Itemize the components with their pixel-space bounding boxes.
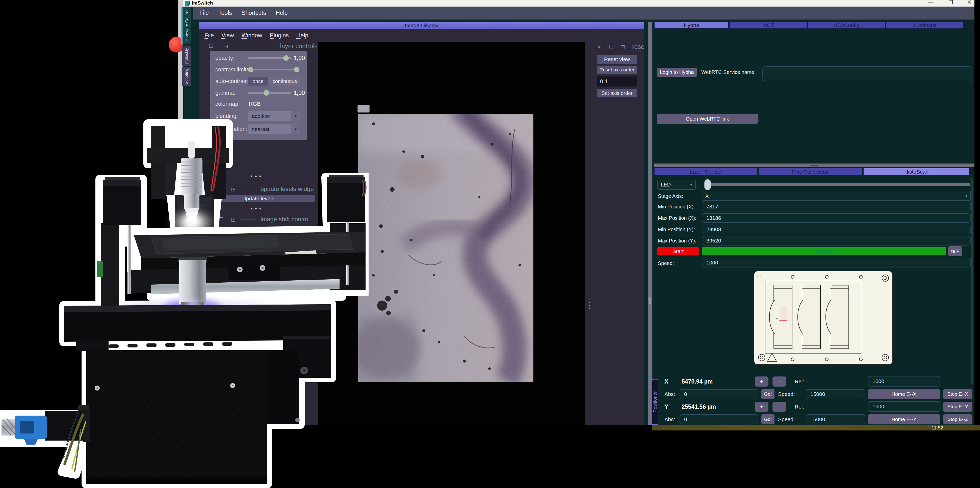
close-panel-icon[interactable]: ✕ bbox=[597, 45, 601, 49]
napari-menu-window[interactable]: Window bbox=[242, 32, 262, 39]
y-minus-button[interactable]: - bbox=[773, 402, 786, 412]
max-x-input[interactable]: 18186 bbox=[702, 213, 971, 223]
update-preview-button[interactable]: te P bbox=[948, 246, 963, 256]
slide-holder-map[interactable] bbox=[754, 270, 893, 365]
taskbar-clock: 11:52 bbox=[932, 425, 943, 431]
y-stop-button[interactable]: Stop E--Y bbox=[943, 402, 972, 412]
x-home-button[interactable]: Home E--X bbox=[868, 389, 940, 399]
menu-shortcuts[interactable]: Shortcuts bbox=[242, 10, 266, 16]
combo-arrow-icon: ▾ bbox=[962, 191, 970, 200]
reset-axis-order-button[interactable]: Reset axis order bbox=[597, 65, 637, 74]
float-panel-icon[interactable]: ❐ bbox=[209, 44, 213, 48]
napari-menu-view[interactable]: View bbox=[221, 32, 234, 39]
axis-x-position: 5470.94 µm bbox=[682, 377, 713, 386]
x-speed-input[interactable]: 15000 bbox=[806, 389, 865, 399]
horizontal-splitter[interactable] bbox=[654, 164, 974, 167]
tab-uc2config[interactable]: UC2Config bbox=[808, 22, 885, 29]
image-display-titlebar[interactable]: Image Display bbox=[199, 22, 644, 29]
napari-menu-plugins[interactable]: Plugins bbox=[270, 32, 288, 39]
x-go-button[interactable]: Go! bbox=[761, 389, 775, 399]
minimize-button[interactable]: — bbox=[926, 0, 935, 6]
max-x-label: Max Position (X): bbox=[658, 213, 696, 223]
x-rel-input[interactable]: 1000 bbox=[868, 376, 940, 386]
positioner-dock-tab[interactable]: Positioner bbox=[652, 379, 659, 425]
start-scan-button[interactable]: Start bbox=[657, 247, 699, 255]
sidebar-tab-scripting[interactable]: Scripting bbox=[182, 67, 191, 86]
app-icon bbox=[185, 1, 189, 6]
control-panel: Hypha MCT UC2Config Autofocus Login to H… bbox=[654, 20, 974, 425]
set-axis-order-button[interactable]: Set axis order bbox=[597, 89, 637, 97]
slider-handle[interactable] bbox=[704, 179, 711, 190]
napari-menu-file[interactable]: File bbox=[204, 32, 214, 39]
stage-axis-dropdown[interactable]: X ▾ bbox=[702, 191, 971, 201]
window-titlebar[interactable]: ImSwitch — ❐ ✕ bbox=[183, 0, 974, 6]
auto-contrast-continuous-button[interactable]: continuous bbox=[269, 77, 300, 86]
z-stop-button[interactable]: Stop E--Z bbox=[943, 414, 972, 424]
maximize-button[interactable]: ❐ bbox=[946, 0, 956, 6]
min-x-label: Min Position (X): bbox=[658, 202, 695, 211]
tab-mct[interactable]: MCT bbox=[730, 22, 807, 29]
sidebar-tab-imblockly[interactable]: imblockly bbox=[182, 46, 191, 66]
min-y-input[interactable]: 23903 bbox=[702, 224, 971, 234]
pin-panel-icon[interactable]: ◳ bbox=[620, 45, 625, 49]
axis-order-input[interactable]: 0,1 bbox=[597, 76, 637, 87]
illumination-slider[interactable] bbox=[704, 179, 970, 191]
max-y-label: Max Position (Y): bbox=[658, 236, 696, 245]
specimen-image bbox=[358, 114, 533, 382]
x-rel-label: Rel: bbox=[795, 377, 804, 386]
pin-panel-icon[interactable]: ◳ bbox=[223, 44, 228, 48]
scan-status-bar: Stopped bbox=[702, 247, 946, 255]
colormap-label: colormap: bbox=[215, 99, 240, 109]
tab-autofocus[interactable]: Autofocus bbox=[886, 22, 963, 29]
y-abs-label: Abs: bbox=[665, 414, 675, 424]
auto-contrast-once-button[interactable]: once bbox=[248, 77, 268, 86]
x-stop-button[interactable]: Stop E--X bbox=[943, 389, 972, 399]
vertical-splitter[interactable] bbox=[648, 22, 652, 425]
contrast-limits-slider[interactable] bbox=[248, 65, 299, 75]
stage-axis-label: Stage Axis: bbox=[658, 191, 683, 201]
webrtc-service-input[interactable] bbox=[762, 66, 972, 81]
login-hypha-button[interactable]: Login to Hypha bbox=[657, 68, 697, 77]
x-plus-button[interactable]: + bbox=[755, 377, 768, 386]
y-rel-input[interactable]: 1000 bbox=[868, 401, 940, 412]
illumination-source-dropdown[interactable]: LED ▾ bbox=[657, 180, 696, 190]
x-abs-label: Abs: bbox=[665, 389, 675, 399]
x-abs-input[interactable]: 0 bbox=[679, 389, 758, 399]
tab-laser-control[interactable]: Laser Control bbox=[654, 168, 757, 175]
y-abs-input[interactable]: 0 bbox=[679, 414, 758, 424]
sidebar-tab-hardware-control[interactable]: Hardware Control bbox=[181, 7, 191, 44]
scan-speed-input[interactable]: 1000 bbox=[702, 258, 971, 267]
view-dock-header: ✕ ❐ ◳ rese bbox=[597, 43, 644, 51]
panel-scrollbar[interactable] bbox=[971, 178, 973, 385]
imswitch-menubar: File Tools Shortcuts Help bbox=[193, 6, 974, 20]
tab-hypha[interactable]: Hypha bbox=[654, 22, 729, 29]
x-minus-button[interactable]: - bbox=[773, 377, 786, 386]
napari-menubar: File View Window Plugins Help bbox=[199, 29, 457, 42]
min-x-input[interactable]: 7817 bbox=[702, 202, 971, 211]
gamma-slider[interactable] bbox=[248, 88, 291, 98]
dock-separator-handle-vertical[interactable]: ⋮ bbox=[587, 297, 593, 313]
combo-arrow-icon: ▾ bbox=[687, 180, 695, 189]
y-speed-input[interactable]: 15000 bbox=[806, 414, 865, 424]
y-go-button[interactable]: Go! bbox=[761, 414, 775, 424]
menu-help[interactable]: Help bbox=[276, 10, 288, 16]
float-panel-icon[interactable]: ❐ bbox=[609, 45, 613, 49]
gamma-label: gamma: bbox=[215, 88, 235, 98]
menu-file[interactable]: File bbox=[199, 10, 209, 16]
contrast-limits-label: contrast limits: bbox=[215, 65, 251, 75]
reset-view-button[interactable]: Reset view bbox=[597, 55, 637, 64]
opacity-label: opacity: bbox=[215, 53, 234, 63]
napari-menu-help[interactable]: Help bbox=[296, 32, 308, 39]
y-plus-button[interactable]: + bbox=[755, 402, 768, 412]
menu-tools[interactable]: Tools bbox=[218, 10, 232, 16]
tab-histoscan[interactable]: HistoScan bbox=[863, 168, 969, 175]
open-webrtc-link-button[interactable]: Open WebRTC link bbox=[657, 114, 758, 124]
x-speed-label: Speed: bbox=[778, 389, 795, 399]
opacity-slider[interactable] bbox=[248, 53, 291, 63]
scan-region-marker bbox=[779, 308, 787, 321]
microscope-photo bbox=[0, 111, 369, 488]
tab-pixelcalibration[interactable]: PixelCalibration bbox=[759, 168, 862, 175]
y-home-button[interactable]: Home E--Y bbox=[868, 414, 940, 424]
close-button[interactable]: ✕ bbox=[964, 0, 974, 6]
max-y-input[interactable]: 39520 bbox=[702, 236, 971, 245]
